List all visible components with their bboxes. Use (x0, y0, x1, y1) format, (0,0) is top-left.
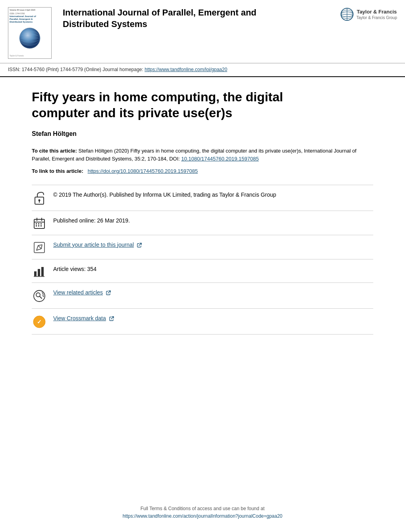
journal-cover: Volume 35 Issue 2 April 2020 ISSN: 1744-… (8, 7, 56, 59)
submit-edit-icon (33, 242, 45, 253)
page-footer: Full Terms & Conditions of access and us… (0, 505, 405, 520)
issn-line: ISSN: 1744-5760 (Print) 1744-5779 (Onlin… (0, 64, 405, 77)
article-doi-link[interactable]: https://doi.org/10.1080/17445760.2019.15… (88, 168, 198, 174)
svg-point-11 (39, 199, 40, 201)
svg-rect-28 (41, 267, 44, 276)
submit-text[interactable]: Submit your article to this journal (53, 241, 142, 249)
copyright-row: © 2019 The Author(s). Published by Infor… (32, 185, 373, 211)
bar-chart-icon (33, 266, 45, 277)
svg-rect-17 (36, 223, 37, 224)
svg-rect-20 (36, 225, 37, 226)
cite-doi-link[interactable]: 10.1080/17445760.2019.1597085 (181, 156, 258, 162)
svg-line-24 (38, 246, 41, 249)
svg-rect-21 (38, 225, 39, 226)
submit-article-link[interactable]: Submit your article to this journal (53, 242, 134, 248)
svg-rect-19 (40, 223, 42, 224)
author-name: Stefan Höltgen (32, 130, 373, 137)
svg-line-37 (111, 317, 114, 319)
svg-line-25 (139, 243, 141, 246)
link-label: To link to this article: (32, 168, 83, 174)
article-title: Fifty years in home computing, the digit… (32, 89, 373, 121)
crossmark-row[interactable]: ✓ View Crossmark data (32, 308, 373, 335)
cite-block: To cite this article: Stefan Höltgen (20… (32, 147, 373, 163)
svg-rect-23 (34, 242, 44, 253)
footer-terms-link[interactable]: https://www.tandfonline.com/action/journ… (123, 513, 283, 519)
views-row: Article views: 354 (32, 259, 373, 282)
svg-line-34 (108, 291, 110, 293)
svg-line-32 (40, 296, 42, 298)
tf-name: Taylor & Francis (357, 9, 397, 15)
main-content: Fifty years in home computing, the digit… (0, 77, 405, 346)
external-link-icon-crossmark (109, 316, 114, 321)
crossmark-text[interactable]: View Crossmark data (53, 314, 114, 323)
cover-sphere-image (18, 26, 42, 50)
related-articles-link[interactable]: View related articles (53, 289, 103, 296)
related-text[interactable]: View related articles (53, 288, 111, 297)
svg-rect-22 (40, 225, 42, 226)
issn-text: ISSN: 1744-5760 (Print) 1744-5779 (Onlin… (8, 67, 143, 72)
link-block: To link to this article: https://doi.org… (32, 167, 373, 175)
published-text: Published online: 26 Mar 2019. (53, 217, 130, 225)
edit-icon-col (32, 241, 47, 253)
cover-issn: ISSN: 1744-5760 (8, 11, 51, 15)
crossmark-link[interactable]: View Crossmark data (53, 315, 106, 321)
svg-rect-27 (38, 269, 40, 276)
related-search-icon (33, 289, 46, 303)
tf-globe-icon (340, 7, 354, 21)
open-lock-icon (33, 192, 45, 205)
cover-journal-title: International Journal of Parallel, Emerg… (8, 15, 51, 24)
external-link-icon-submit (137, 243, 142, 248)
search-circle-icon-col (32, 288, 47, 303)
journal-homepage-link[interactable]: https://www.tandfonline.com/loi/gpaa20 (145, 67, 227, 72)
tf-group-subtitle: Taylor & Francis Group (357, 15, 397, 20)
page-header: Volume 35 Issue 2 April 2020 ISSN: 1744-… (0, 0, 405, 64)
external-link-icon-related (106, 290, 111, 295)
svg-marker-33 (43, 296, 44, 297)
calendar-icon-col (32, 217, 47, 229)
footer-line1: Full Terms & Conditions of access and us… (0, 505, 405, 513)
cover-logo-text: Taylor & Francis (10, 54, 24, 57)
copyright-text: © 2019 The Author(s). Published by Infor… (53, 191, 276, 199)
published-row: Published online: 26 Mar 2019. (32, 211, 373, 235)
tf-logo-block: Taylor & Francis Taylor & Francis Group (340, 7, 397, 21)
views-text: Article views: 354 (53, 265, 96, 273)
svg-text:✓: ✓ (37, 319, 42, 325)
tf-name-block: Taylor & Francis Taylor & Francis Group (357, 9, 397, 20)
info-section: © 2019 The Author(s). Published by Infor… (32, 185, 373, 335)
submit-row[interactable]: Submit your article to this journal (32, 235, 373, 259)
cover-top-text: Volume 35 Issue 2 April 2020 (8, 8, 51, 11)
crossmark-icon-col: ✓ (32, 314, 47, 329)
lock-icon-col (32, 191, 47, 205)
bar-chart-icon-col (32, 265, 47, 277)
svg-rect-26 (34, 271, 37, 276)
svg-rect-18 (38, 223, 39, 224)
related-row[interactable]: View related articles (32, 282, 373, 308)
crossmark-icon: ✓ (33, 315, 46, 329)
cite-label: To cite this article: (32, 148, 77, 154)
calendar-icon (33, 217, 45, 229)
